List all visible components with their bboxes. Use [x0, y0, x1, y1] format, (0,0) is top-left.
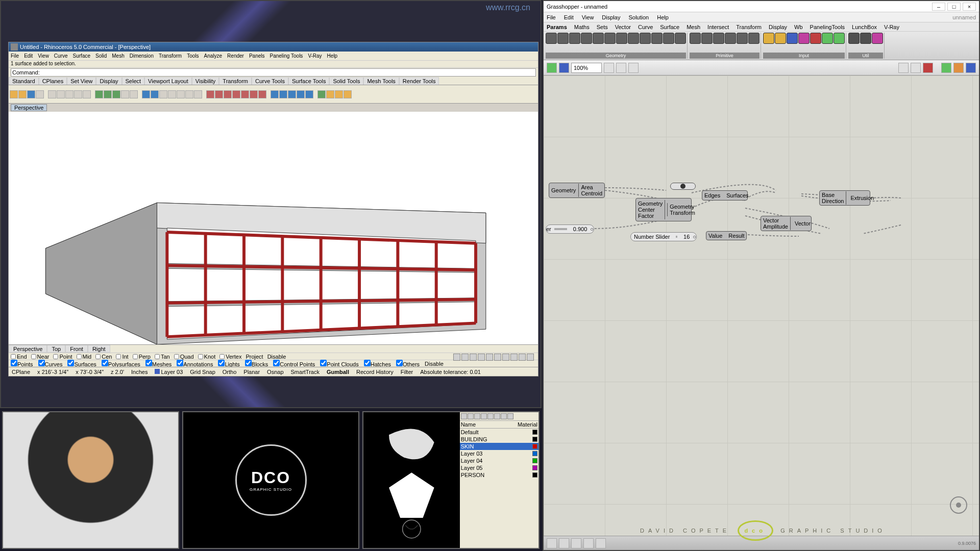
gh-menu-view[interactable]: View — [582, 14, 594, 20]
tool-copy-icon[interactable] — [57, 90, 65, 98]
gh-zoomextents-icon[interactable] — [604, 63, 614, 73]
layer-row-person[interactable]: PERSON — [460, 471, 538, 479]
layer-row-layer04[interactable]: Layer 04 — [460, 457, 538, 464]
tool-prop-icon[interactable] — [335, 90, 343, 98]
rtab-vray[interactable]: V-Ray — [884, 24, 899, 30]
input-panel-icon[interactable] — [775, 33, 786, 44]
param-domain-icon[interactable] — [748, 33, 760, 44]
layer-delete-icon[interactable] — [468, 413, 474, 419]
vp-artistic-icon[interactable] — [502, 354, 509, 361]
gh-disable-icon[interactable] — [898, 63, 909, 73]
input-graph-icon[interactable] — [822, 33, 833, 44]
rtab-panelingtools[interactable]: PanelingTools — [810, 24, 845, 30]
rtab-curve[interactable]: Curve — [638, 24, 653, 30]
gh-preview-icon[interactable] — [616, 63, 626, 73]
tool-curve-icon[interactable] — [258, 90, 266, 98]
btab-perspective[interactable]: Perspective — [9, 345, 47, 353]
util-jump-icon[interactable] — [872, 33, 883, 44]
tab-viewportlayout[interactable]: Viewport Layout — [144, 77, 192, 85]
param-line-icon[interactable] — [593, 33, 604, 44]
vp-rendered-icon[interactable] — [470, 354, 477, 361]
layer-new-icon[interactable] — [461, 413, 467, 419]
tool-layer-icon[interactable] — [326, 90, 334, 98]
node-amplitude[interactable]: Vector Amplitude Vector — [761, 216, 812, 231]
tool-chamfer-icon[interactable] — [194, 90, 202, 98]
gh-menu-edit[interactable]: Edit — [564, 14, 574, 20]
tab-rendertools[interactable]: Render Tools — [399, 77, 439, 85]
param-box-icon[interactable] — [663, 33, 674, 44]
osnap-knot[interactable]: Knot — [198, 354, 216, 360]
tool-new-icon[interactable] — [10, 90, 18, 98]
menu-vray[interactable]: V-Ray — [308, 53, 322, 59]
osnap-int[interactable]: Int — [116, 354, 128, 360]
tool-sphere-icon[interactable] — [279, 90, 287, 98]
menu-panels[interactable]: Panels — [249, 53, 265, 59]
vp-arctic-icon[interactable] — [519, 354, 526, 361]
tool-split-icon[interactable] — [168, 90, 176, 98]
osnap-project[interactable]: Project — [246, 354, 263, 360]
filter-points[interactable]: Points — [11, 360, 33, 367]
param-num-icon[interactable] — [713, 33, 724, 44]
tool-array-icon[interactable] — [130, 90, 138, 98]
menu-surface[interactable]: Surface — [73, 53, 90, 59]
tool-fillet-icon[interactable] — [185, 90, 193, 98]
menu-panelingtools[interactable]: Paneling Tools — [270, 53, 303, 59]
rhino-viewport[interactable] — [9, 112, 538, 344]
param-mesh-icon[interactable] — [640, 33, 651, 44]
sb-filter[interactable]: Filter — [401, 369, 413, 375]
gh-wireframe-icon[interactable] — [911, 63, 921, 73]
tool-circle-icon[interactable] — [241, 90, 249, 98]
layer-row-building[interactable]: BUILDING — [460, 436, 538, 443]
param-int-icon[interactable] — [701, 33, 713, 44]
vp-technical-icon[interactable] — [494, 354, 501, 361]
tool-torus-icon[interactable] — [305, 90, 313, 98]
rtab-intersect[interactable]: Intersect — [707, 24, 729, 30]
layer-prop-icon[interactable] — [487, 413, 494, 419]
input-toggle-icon[interactable] — [787, 33, 798, 44]
menu-curve[interactable]: Curve — [54, 53, 68, 59]
rtab-params[interactable]: Params — [547, 24, 567, 30]
tab-curvetools[interactable]: Curve Tools — [252, 77, 288, 85]
tool-cone-icon[interactable] — [297, 90, 305, 98]
rtab-display[interactable]: Display — [769, 24, 787, 30]
param-plane-icon[interactable] — [569, 33, 580, 44]
osnap-quad[interactable]: Quad — [174, 354, 194, 360]
layer-down-icon[interactable] — [481, 413, 487, 419]
node-expression[interactable]: Value Result — [706, 231, 747, 240]
filter-others[interactable]: Others — [396, 360, 420, 367]
gh-document-icon[interactable] — [966, 63, 976, 73]
rtab-sets[interactable]: Sets — [597, 24, 608, 30]
tool-mirror-icon[interactable] — [121, 90, 129, 98]
rtab-transform[interactable]: Transform — [736, 24, 762, 30]
param-circle-icon[interactable] — [581, 33, 592, 44]
osnap-point[interactable]: Point — [53, 354, 72, 360]
tool-box-icon[interactable] — [271, 90, 279, 98]
util-data-icon[interactable] — [860, 33, 871, 44]
tool-extend-icon[interactable] — [177, 90, 185, 98]
node-deconstruct-brep[interactable]: Edges Surfaces — [702, 190, 748, 201]
layer-row-default[interactable]: Default — [460, 429, 538, 436]
gh-canvas[interactable]: Geometry Area Centroid Geometry Center F… — [544, 76, 979, 536]
node-relay[interactable] — [670, 183, 696, 190]
gh-minimize-icon[interactable]: – — [932, 3, 945, 11]
osnap-perp[interactable]: Perp — [133, 354, 151, 360]
param-vector-icon[interactable] — [557, 33, 569, 44]
osnap-mid[interactable]: Mid — [77, 354, 92, 360]
layer-up-icon[interactable] — [474, 413, 480, 419]
tab-display[interactable]: Display — [96, 77, 121, 85]
param-rect-icon[interactable] — [675, 33, 686, 44]
rtab-lunchbox[interactable]: LunchBox — [852, 24, 877, 30]
tool-scale-icon[interactable] — [112, 90, 120, 98]
menu-tools[interactable]: Tools — [187, 53, 199, 59]
sb-planar[interactable]: Planar — [243, 369, 260, 375]
sb-smarttrack[interactable]: SmartTrack — [291, 369, 320, 375]
menu-view[interactable]: View — [38, 53, 49, 59]
param-text-icon[interactable] — [725, 33, 736, 44]
gh-open-icon[interactable] — [547, 63, 557, 73]
sb-cplane[interactable]: CPlane — [12, 369, 30, 375]
util-cluster-icon[interactable] — [848, 33, 860, 44]
tool-cylinder-icon[interactable] — [288, 90, 296, 98]
tab-standard[interactable]: Standard — [9, 77, 39, 85]
sb-gridsnap[interactable]: Grid Snap — [190, 369, 215, 375]
layer-tools-icon[interactable] — [501, 413, 507, 419]
